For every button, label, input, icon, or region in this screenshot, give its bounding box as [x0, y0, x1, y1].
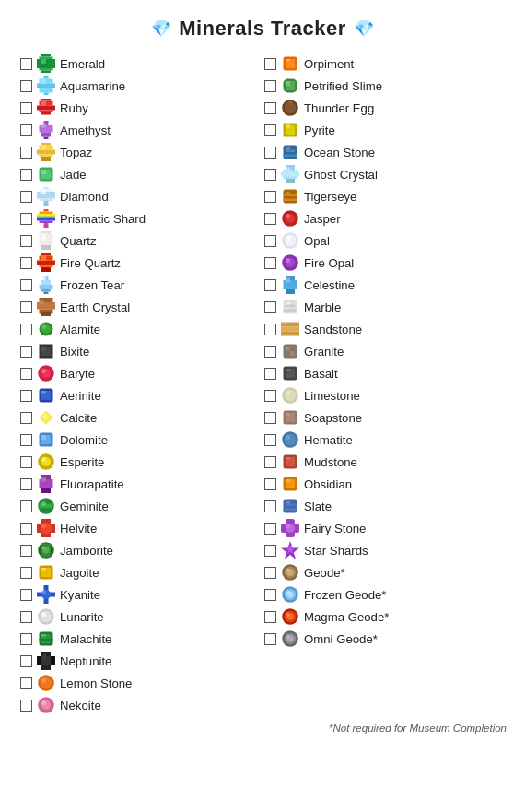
gem-icon — [281, 630, 299, 648]
checkbox[interactable] — [264, 500, 276, 512]
list-item: Aquamarine — [18, 76, 262, 96]
svg-rect-49 — [41, 253, 51, 256]
svg-rect-150 — [286, 192, 290, 194]
checkbox[interactable] — [20, 478, 32, 490]
svg-rect-170 — [281, 332, 299, 336]
list-item: Frozen Geode* — [262, 584, 507, 605]
checkbox[interactable] — [264, 257, 276, 269]
checkbox[interactable] — [20, 500, 32, 512]
list-item: Quartz — [18, 230, 262, 251]
item-label: Diamond — [60, 190, 109, 204]
svg-point-215 — [286, 613, 290, 617]
gem-icon — [37, 231, 55, 250]
svg-point-108 — [41, 590, 46, 594]
checkbox[interactable] — [20, 456, 32, 468]
checkbox[interactable] — [20, 169, 32, 181]
item-label: Granite — [304, 345, 344, 359]
checkbox[interactable] — [264, 147, 276, 159]
checkbox[interactable] — [20, 523, 32, 535]
checkbox[interactable] — [20, 213, 32, 225]
list-item: Fairy Stone — [262, 518, 507, 538]
checkbox[interactable] — [264, 368, 276, 380]
list-item: Orpiment — [262, 53, 507, 74]
checkbox[interactable] — [264, 545, 276, 557]
item-label: Hematite — [304, 433, 353, 447]
checkbox[interactable] — [20, 124, 32, 136]
item-label: Mudstone — [304, 455, 357, 469]
gem-icon — [281, 408, 299, 427]
checkbox[interactable] — [264, 567, 276, 579]
checkbox[interactable] — [20, 567, 32, 579]
checkbox[interactable] — [20, 368, 32, 380]
item-label: Amethyst — [60, 124, 111, 137]
svg-rect-134 — [288, 101, 293, 104]
checkbox[interactable] — [264, 213, 276, 225]
list-item: Frozen Tear — [18, 275, 262, 295]
list-item: Omni Geode* — [262, 629, 507, 649]
checkbox[interactable] — [20, 58, 32, 70]
checkbox[interactable] — [264, 301, 276, 313]
checkbox[interactable] — [20, 257, 32, 269]
checkbox[interactable] — [264, 324, 276, 335]
checkbox[interactable] — [20, 633, 32, 645]
gem-icon — [281, 143, 299, 161]
checkbox[interactable] — [20, 80, 32, 92]
checkbox[interactable] — [20, 412, 32, 424]
checkbox[interactable] — [264, 102, 276, 114]
checkbox[interactable] — [264, 235, 276, 247]
checkbox[interactable] — [20, 324, 32, 335]
checkbox[interactable] — [20, 147, 32, 159]
checkbox[interactable] — [20, 589, 32, 601]
footer-note: *Not required for Museum Completion — [18, 723, 507, 734]
checkbox[interactable] — [264, 169, 276, 181]
checkbox[interactable] — [264, 523, 276, 535]
list-item: Slate — [262, 496, 507, 516]
checkbox[interactable] — [20, 235, 32, 247]
checkbox[interactable] — [20, 655, 32, 667]
item-label: Fire Opal — [304, 256, 354, 270]
checkbox[interactable] — [264, 456, 276, 468]
svg-rect-22 — [41, 124, 46, 128]
svg-rect-57 — [40, 285, 53, 289]
gem-icon — [37, 165, 55, 183]
checkbox[interactable] — [264, 478, 276, 490]
checkbox[interactable] — [264, 124, 276, 136]
checkbox[interactable] — [20, 434, 32, 446]
checkbox[interactable] — [264, 611, 276, 623]
checkbox[interactable] — [264, 390, 276, 402]
item-label: Aerinite — [60, 389, 101, 403]
checkbox[interactable] — [20, 545, 32, 557]
svg-point-101 — [42, 547, 46, 550]
svg-point-125 — [41, 700, 46, 705]
checkbox[interactable] — [20, 279, 32, 291]
svg-rect-53 — [41, 267, 51, 272]
svg-rect-165 — [286, 305, 295, 308]
checkbox[interactable] — [20, 700, 32, 712]
checkbox[interactable] — [20, 301, 32, 313]
svg-point-201 — [286, 524, 290, 528]
svg-rect-17 — [41, 101, 46, 106]
checkbox[interactable] — [264, 589, 276, 601]
checkbox[interactable] — [20, 390, 32, 402]
item-label: Quartz — [60, 234, 97, 248]
checkbox[interactable] — [20, 102, 32, 114]
checkbox[interactable] — [264, 412, 276, 424]
item-label: Pyrite — [304, 124, 335, 137]
checkbox[interactable] — [20, 191, 32, 203]
checkbox[interactable] — [20, 677, 32, 689]
checkbox[interactable] — [264, 191, 276, 203]
checkbox[interactable] — [264, 58, 276, 70]
svg-rect-40 — [37, 214, 55, 217]
svg-rect-174 — [290, 351, 295, 356]
list-item: Nekoite — [18, 695, 262, 715]
svg-point-86 — [41, 457, 46, 462]
checkbox[interactable] — [264, 279, 276, 291]
checkbox[interactable] — [264, 633, 276, 645]
checkbox[interactable] — [20, 611, 32, 623]
checkbox[interactable] — [264, 346, 276, 358]
gem-icon — [281, 121, 299, 139]
checkbox[interactable] — [264, 434, 276, 446]
checkbox[interactable] — [20, 346, 32, 358]
checkbox[interactable] — [264, 80, 276, 92]
item-label: Soapstone — [304, 411, 362, 425]
